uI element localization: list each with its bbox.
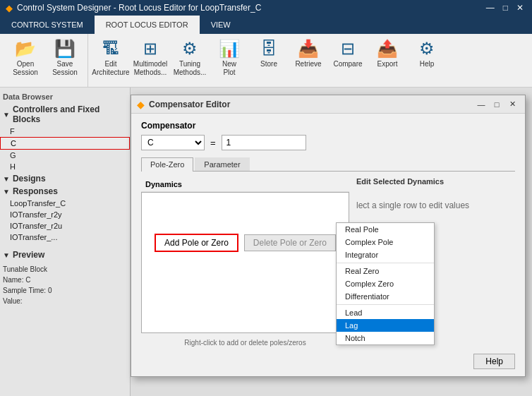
store-label: Store — [260, 60, 277, 68]
compensator-editor-dialog: ◆ Compensator Editor — □ ✕ Compensator C… — [131, 95, 526, 377]
edit-arch-label: EditArchitecture — [92, 60, 129, 77]
modal-title-bar: ◆ Compensator Editor — □ ✕ — [131, 95, 525, 114]
tab-pole-zero[interactable]: Pole-Zero — [141, 157, 193, 172]
maximize-button[interactable]: □ — [500, 3, 511, 13]
ctx-real-pole[interactable]: Real Pole — [337, 223, 434, 236]
open-label: OpenSession — [13, 60, 38, 77]
architecture-icon: 🏗 — [102, 39, 119, 59]
context-menu: Real Pole Complex Pole Integrator Real Z… — [336, 222, 435, 345]
save-icon: 💾 — [54, 39, 75, 59]
new-plot-icon: 📊 — [219, 39, 240, 59]
preferences-button[interactable]: ⚙ Help — [409, 37, 445, 84]
store-button[interactable]: 🗄 Store — [250, 37, 287, 84]
tuning-button[interactable]: ⚙ TuningMethods... — [171, 37, 208, 84]
retrieve-button[interactable]: 📥 Retrieve — [290, 37, 327, 84]
tab-view[interactable]: VIEW — [200, 16, 242, 34]
app-icon: ◆ — [6, 3, 13, 13]
modal-app-icon: ◆ — [137, 99, 145, 110]
edit-selected-title: Edit Selected Dynamics — [356, 177, 515, 186]
ribbon-tabs: CONTROL SYSTEM ROOT LOCUS EDITOR VIEW — [0, 16, 532, 34]
preferences-label: Help — [420, 60, 435, 68]
preferences-icon: ⚙ — [419, 39, 435, 59]
multimodel-icon: ⊞ — [143, 39, 157, 59]
compare-label: Compare — [333, 60, 362, 68]
ctx-divider-1 — [337, 263, 434, 263]
title-bar: ◆ Control System Designer - Root Locus E… — [0, 0, 532, 16]
compensator-select[interactable]: C — [141, 135, 205, 150]
ribbon-group-arch: 🏗 EditArchitecture ⊞ MultimodelMethods..… — [88, 34, 449, 87]
ctx-notch[interactable]: Notch — [337, 332, 434, 344]
compare-button[interactable]: ⊟ Compare — [330, 37, 366, 84]
ctx-lag[interactable]: Lag — [337, 319, 434, 332]
dynamics-title: Dynamics — [141, 177, 349, 192]
dynamics-panel: Dynamics Add Pole or Zero Delete Pole or… — [141, 177, 515, 347]
modal-window-controls: — □ ✕ — [474, 98, 519, 111]
dynamics-table: Add Pole or Zero Delete Pole or Zero — [141, 192, 349, 333]
right-click-hint: Right-click to add or delete poles/zeros — [141, 339, 349, 347]
modal-title: Compensator Editor — [149, 100, 474, 109]
equals-sign: = — [210, 138, 216, 148]
add-delete-buttons: Add Pole or Zero Delete Pole or Zero — [147, 234, 343, 252]
modal-tabs: Pole-Zero Parameter — [141, 157, 515, 172]
ctx-complex-zero[interactable]: Complex Zero — [337, 277, 434, 290]
ribbon-group-file: 📂 OpenSession 💾 SaveSession — [3, 34, 88, 87]
modal-overlay: ◆ Compensator Editor — □ ✕ Compensator C… — [0, 88, 532, 396]
export-button[interactable]: 📤 Export — [369, 37, 406, 84]
add-pole-zero-button[interactable]: Add Pole or Zero — [155, 234, 238, 252]
compare-icon: ⊟ — [341, 39, 355, 59]
save-session-button[interactable]: 💾 SaveSession — [47, 37, 83, 84]
tab-control-system[interactable]: CONTROL SYSTEM — [0, 16, 95, 34]
main-area: Data Browser ▼ Controllers and Fixed Blo… — [0, 88, 532, 396]
retrieve-icon: 📥 — [298, 39, 319, 59]
modal-maximize-button[interactable]: □ — [490, 98, 504, 111]
dynamics-content: Add Pole or Zero Delete Pole or Zero — [142, 193, 349, 306]
delete-pole-zero-button[interactable]: Delete Pole or Zero — [244, 234, 336, 251]
compensator-row: C = — [141, 135, 515, 150]
store-icon: 🗄 — [260, 39, 277, 59]
open-session-button[interactable]: 📂 OpenSession — [7, 37, 44, 84]
new-plot-button[interactable]: 📊 NewPlot — [211, 37, 248, 84]
window-title: Control System Designer - Root Locus Edi… — [17, 3, 483, 13]
compensator-label: Compensator — [141, 121, 515, 131]
select-hint-text: lect a single row to edit values — [356, 200, 469, 210]
open-icon: 📂 — [15, 39, 36, 59]
ctx-differentiator[interactable]: Differentiator — [337, 290, 434, 303]
dynamics-left-panel: Dynamics Add Pole or Zero Delete Pole or… — [141, 177, 349, 347]
retrieve-label: Retrieve — [295, 60, 321, 68]
multimodel-label: MultimodelMethods... — [133, 60, 167, 77]
minimize-button[interactable]: — — [483, 3, 497, 13]
window-controls: — □ ✕ — [483, 3, 526, 13]
tab-parameter[interactable]: Parameter — [195, 157, 249, 171]
multimodel-button[interactable]: ⊞ MultimodelMethods... — [132, 37, 169, 84]
modal-close-button[interactable]: ✕ — [505, 98, 519, 111]
save-label: SaveSession — [52, 60, 78, 77]
compensator-gain-input[interactable] — [222, 135, 306, 150]
ribbon-toolbar: 📂 OpenSession 💾 SaveSession 🏗 EditArchit… — [0, 34, 532, 88]
tuning-label: TuningMethods... — [174, 60, 207, 77]
ctx-divider-2 — [337, 304, 434, 305]
export-icon: 📤 — [377, 39, 398, 59]
modal-minimize-button[interactable]: — — [474, 98, 488, 111]
export-label: Export — [377, 60, 398, 68]
select-hint: lect a single row to edit values — [356, 200, 515, 212]
tab-root-locus-editor[interactable]: ROOT LOCUS EDITOR — [95, 16, 200, 34]
ctx-lead[interactable]: Lead — [337, 306, 434, 319]
ctx-real-zero[interactable]: Real Zero — [337, 265, 434, 277]
ctx-complex-pole[interactable]: Complex Pole — [337, 236, 434, 248]
tuning-icon: ⚙ — [182, 39, 198, 59]
new-plot-label: NewPlot — [222, 60, 236, 77]
edit-architecture-button[interactable]: 🏗 EditArchitecture — [92, 37, 129, 84]
modal-body: Compensator C = Pole-Zero Parameter D — [131, 114, 525, 354]
close-button[interactable]: ✕ — [514, 3, 526, 13]
ctx-integrator[interactable]: Integrator — [337, 248, 434, 261]
help-button[interactable]: Help — [473, 354, 515, 369]
